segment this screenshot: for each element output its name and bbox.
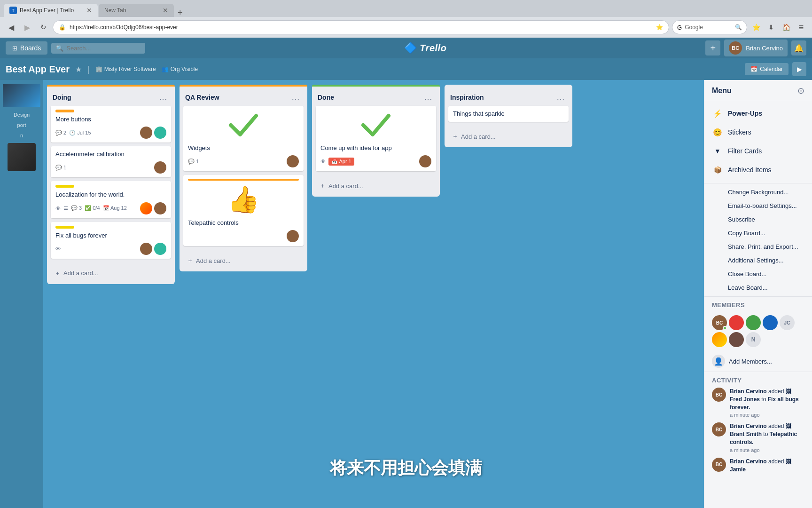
list-menu-qa[interactable]: …: [289, 91, 302, 103]
member-avatar-3[interactable]: [746, 315, 761, 330]
add-members-btn[interactable]: 👤 Add Members...: [704, 351, 812, 372]
card-color-bar-telepathic: [188, 179, 299, 181]
add-card-done-button[interactable]: ＋ Add a card...: [316, 179, 436, 193]
side-menu-close-button[interactable]: ⊙: [797, 87, 804, 95]
menu-sub-copy[interactable]: Copy Board...: [704, 226, 812, 240]
menu-sub-email[interactable]: Email-to-board Settings...: [704, 199, 812, 213]
board-star[interactable]: ★: [75, 65, 82, 74]
menu-item-archived[interactable]: 📦 Archived Items: [704, 160, 812, 179]
member-badge-jc[interactable]: JC: [780, 315, 795, 330]
new-tab-button[interactable]: +: [174, 8, 187, 17]
add-card-doing-button[interactable]: ＋ Add a card...: [51, 266, 171, 280]
card-accelerometer[interactable]: Accelerometer calibration 💬 1: [51, 146, 171, 177]
thumbsup-icon: 👍: [227, 184, 260, 215]
menu-button[interactable]: ≡: [795, 21, 807, 33]
card-widgets[interactable]: Widgets 💬 1: [183, 106, 304, 171]
trello-logo-text: Trello: [420, 43, 446, 54]
menu-sub-share[interactable]: Share, Print, and Export...: [704, 240, 812, 254]
menu-item-stickers[interactable]: 😊 Stickers: [704, 123, 812, 142]
home-button[interactable]: 🏠: [780, 21, 792, 33]
user-profile[interactable]: BC Brian Cervino: [724, 40, 788, 56]
board-workspace[interactable]: 🏢 Misty River Software: [95, 66, 156, 72]
list-menu-done[interactable]: …: [422, 91, 434, 103]
search-icon: 🔍: [735, 24, 742, 31]
eye-icon: 👁: [55, 206, 61, 211]
menu-sub-change-bg[interactable]: Change Background...: [704, 185, 812, 199]
forward-button[interactable]: ▶: [21, 21, 34, 34]
card-avatar-acc: [154, 161, 166, 174]
list-title-doing: Doing: [53, 94, 71, 101]
menu-item-filter[interactable]: ▼ Filter Cards: [704, 142, 812, 160]
add-button[interactable]: +: [705, 40, 720, 56]
card-checkmark-widgets: [225, 110, 262, 140]
card-label-orange: [55, 110, 74, 112]
list-menu-inspiration[interactable]: …: [554, 91, 567, 103]
card-idea[interactable]: Come up with idea for app 👁 📅 Apr 1: [316, 106, 436, 171]
sidebar-item-port[interactable]: port: [3, 120, 40, 130]
boards-label: Boards: [20, 44, 41, 52]
card-telepathic[interactable]: 👍 Telepathic controls: [183, 175, 304, 246]
menu-sub-leave[interactable]: Leave Board...: [704, 281, 812, 294]
header-search-input[interactable]: [66, 45, 141, 52]
list-cards-qa: Widgets 💬 1 👍: [180, 106, 307, 250]
address-bar[interactable]: 🔒 https://trello.com/b/3dQdjg06/best-app…: [53, 20, 669, 34]
boards-button[interactable]: ⊞ Boards: [6, 41, 47, 55]
board-chevron-button[interactable]: ▶: [792, 62, 806, 76]
download-button[interactable]: ⬇: [765, 21, 777, 33]
menu-item-power-ups[interactable]: ⚡ Power-Ups: [704, 104, 812, 123]
sidebar-item-n[interactable]: n: [3, 131, 40, 140]
board-visibility[interactable]: 👥 Org Visible: [162, 66, 198, 72]
activity-time-2: a minute ago: [730, 447, 804, 453]
header-search-container[interactable]: 🔍: [51, 43, 145, 54]
avatar-bugs-2: [154, 243, 166, 255]
url-text: https://trello.com/b/3dQdjg06/best-app-e…: [70, 24, 652, 31]
sidebar-item-design[interactable]: Design: [3, 110, 40, 119]
member-badge-n: N: [746, 332, 761, 347]
activity-content-2: Brian Cervino added 🖼 Brant Smith to Tel…: [730, 422, 804, 452]
member-avatar-6[interactable]: [729, 332, 744, 347]
card-localization[interactable]: Localization for the world. 👁 ☰ 💬 3 ✅ 0/…: [51, 181, 171, 218]
list-title-done: Done: [318, 94, 334, 101]
calendar-icon: 📅: [750, 66, 757, 72]
card-title-more-buttons: More buttons: [55, 115, 166, 124]
subtitle-overlay: 将来不用担心会填满: [330, 457, 482, 480]
member-avatar-2[interactable]: [729, 315, 744, 330]
add-card-inspiration-button[interactable]: ＋ Add a card...: [448, 129, 569, 143]
notification-button[interactable]: 🔔: [791, 40, 806, 56]
calendar-button[interactable]: 📅 Calendar: [745, 63, 789, 75]
bookmark-button[interactable]: ⭐: [750, 21, 762, 33]
side-menu: Menu ⊙ ⚡ Power-Ups 😊 Stickers ▼ Filter C…: [704, 80, 812, 508]
member-avatar-5[interactable]: [712, 332, 727, 347]
search-bar[interactable]: G Google 🔍: [672, 20, 747, 34]
tab-close-inactive[interactable]: ✕: [163, 7, 168, 14]
refresh-button[interactable]: ↻: [37, 21, 50, 34]
user-name: Brian Cervino: [746, 45, 783, 52]
visibility-icon: 👥: [162, 66, 169, 72]
tab-close-active[interactable]: ✕: [86, 7, 92, 14]
menu-sub-additional[interactable]: Additional Settings...: [704, 254, 812, 267]
member-avatar-4[interactable]: [763, 315, 778, 330]
list-menu-doing[interactable]: …: [157, 91, 169, 103]
sidebar-avatar[interactable]: [8, 143, 36, 171]
browser-tab-inactive[interactable]: New Tab ✕: [99, 4, 174, 17]
list-cards-inspiration: Things that sparkle: [445, 106, 572, 126]
archived-label: Archived Items: [728, 166, 772, 174]
back-button[interactable]: ◀: [5, 21, 18, 34]
avatar-telepathic: [287, 230, 299, 242]
member-avatar-1[interactable]: BC: [712, 315, 727, 330]
card-fix-bugs[interactable]: Fix all bugs forever 👁: [51, 222, 171, 259]
menu-sub-subscribe[interactable]: Subscribe: [704, 213, 812, 226]
card-more-buttons[interactable]: More buttons 💬 2 🕐 Jul 15: [51, 106, 171, 143]
add-card-qa-button[interactable]: ＋ Add a card...: [183, 254, 304, 268]
tab-title-inactive: New Tab: [104, 7, 126, 14]
avatar-widgets: [287, 155, 299, 167]
activity-avatar-3: BC: [712, 458, 726, 472]
card-label-yellow-bugs: [55, 226, 74, 229]
card-title-sparkle: Things that sparkle: [453, 110, 564, 118]
card-avatars-idea: [419, 155, 431, 167]
menu-sub-close[interactable]: Close Board...: [704, 267, 812, 281]
card-meta-idea: 👁 📅 Apr 1: [320, 155, 431, 167]
card-sparkle[interactable]: Things that sparkle: [448, 106, 569, 122]
sidebar-thumbnail[interactable]: [3, 84, 40, 107]
browser-tab-active[interactable]: T Best App Ever | Trello ✕: [4, 4, 98, 17]
